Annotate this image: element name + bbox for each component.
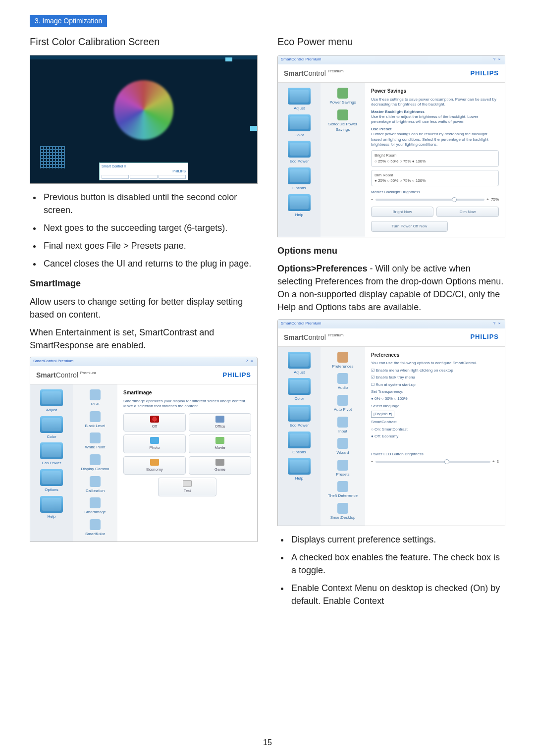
pref-line[interactable]: ☑ Enable menu when right-clicking on des… bbox=[371, 368, 499, 373]
sidebar-item-adjust[interactable]: Adjust bbox=[284, 352, 315, 376]
screenshot-color-calibration: Smart Control II PHILIPS bbox=[30, 55, 258, 184]
subsidebar-smartdesktop[interactable]: SmartDesktop bbox=[325, 503, 360, 521]
sidebar-item-help[interactable]: Help bbox=[284, 194, 315, 218]
slider-row[interactable]: − + 75% bbox=[371, 197, 499, 203]
sidebar-item-options[interactable]: Options bbox=[284, 167, 315, 191]
desc3-h: Use Preset bbox=[371, 127, 391, 131]
fs2-opts[interactable]: ● 25% ○ 50% ○ 75% ○ 100% bbox=[374, 178, 495, 184]
tile-off[interactable]: Off bbox=[123, 413, 186, 432]
tile-economy[interactable]: Economy bbox=[123, 456, 186, 475]
close-icon[interactable]: × bbox=[249, 358, 254, 363]
calib-label-1: Smart Control II bbox=[102, 164, 186, 169]
panel-body: Adjust Color Eco Power Options Help RGB … bbox=[30, 384, 257, 541]
fieldset-dim-room[interactable]: Dim Room ● 25% ○ 50% ○ 75% ○ 100% bbox=[371, 170, 499, 186]
pref-line[interactable]: ☐ Run at system start-up bbox=[371, 382, 499, 387]
subsidebar-calibration[interactable]: Calibration bbox=[78, 476, 112, 494]
options-para: Options>Preferences - Will only be activ… bbox=[277, 262, 505, 314]
help-icon[interactable]: ? bbox=[492, 56, 497, 61]
panel-body: Adjust Color Eco Power Options Help Pref… bbox=[278, 347, 505, 526]
smartimage-p1: Allow users to change setting for better… bbox=[30, 295, 258, 321]
sidebar-item-help[interactable]: Help bbox=[284, 458, 315, 482]
help-icon[interactable]: ? bbox=[244, 358, 249, 363]
turn-power-off-button[interactable]: Turn Power Off Now bbox=[371, 221, 448, 232]
subsidebar-smartkolor[interactable]: SmartKolor bbox=[78, 519, 112, 537]
sidebar-item-adjust[interactable]: Adjust bbox=[36, 389, 67, 413]
left-column: First Color Calibration Screen Smart Con… bbox=[30, 35, 258, 614]
sidebar-item-color[interactable]: Color bbox=[36, 416, 67, 440]
close-icon[interactable]: × bbox=[497, 321, 502, 325]
sidebar-item-help[interactable]: Help bbox=[36, 496, 67, 520]
bullet: Cancel closes the UI and returns to the … bbox=[42, 257, 258, 270]
subsidebar-schedule[interactable]: Schedule Power Savings bbox=[325, 109, 360, 133]
sidebar-item-ecopower[interactable]: Eco Power bbox=[36, 442, 67, 466]
bullet: Displays current preference settings. bbox=[289, 533, 505, 546]
subsidebar-rgb[interactable]: RGB bbox=[78, 389, 112, 407]
fs1-label: Bright Room bbox=[374, 153, 495, 159]
subsidebar-presets[interactable]: Presets bbox=[325, 460, 360, 478]
content-title: Preferences bbox=[371, 352, 499, 359]
subsidebar-gamma[interactable]: Display Gamma bbox=[78, 454, 112, 472]
fieldset-bright-room[interactable]: Bright Room ○ 25% ○ 50% ○ 75% ● 100% bbox=[371, 150, 499, 166]
content-title: SmartImage bbox=[123, 389, 251, 397]
screenshot-ecopower-panel: SmartControl Premium ?× SmartControl Pre… bbox=[277, 55, 505, 237]
sidebar-item-ecopower[interactable]: Eco Power bbox=[284, 405, 315, 429]
fs1-opts[interactable]: ○ 25% ○ 50% ○ 75% ● 100% bbox=[374, 159, 495, 164]
tile-text[interactable]: Text bbox=[158, 478, 217, 496]
page-number: 15 bbox=[263, 738, 272, 747]
panel-subsidebar: Power Savings Schedule Power Savings bbox=[321, 83, 365, 237]
sidebar-item-options[interactable]: Options bbox=[284, 432, 315, 455]
screenshot-smartimage-panel: SmartControl Premium ?× SmartControl Pre… bbox=[30, 357, 258, 542]
dim-now-button[interactable]: Dim Now bbox=[436, 207, 499, 217]
subsidebar-wizard[interactable]: Wizard bbox=[325, 438, 360, 456]
pref-line[interactable]: ● Off: Economy bbox=[371, 434, 499, 439]
sc-sup: Premium bbox=[80, 371, 96, 375]
bullet: Previous button is disabled until the se… bbox=[42, 191, 258, 216]
sc-sup: Premium bbox=[328, 333, 344, 337]
subsidebar-preferences[interactable]: Preferences bbox=[325, 352, 360, 370]
pref-line: Select language: bbox=[371, 404, 499, 409]
sidebar-item-color[interactable]: Color bbox=[284, 378, 315, 402]
bright-now-button[interactable]: Bright Now bbox=[371, 207, 433, 217]
bullet: Enable Context Menu on desktop is checke… bbox=[289, 582, 505, 607]
tile-game[interactable]: Game bbox=[189, 456, 251, 475]
desc1: Use these settings to save power consump… bbox=[371, 97, 499, 108]
smartimage-p2: When Entertainment is set, SmartContrast… bbox=[30, 326, 258, 352]
panel-subsidebar: Preferences Audio Auto Pivot Input Wizar… bbox=[321, 347, 365, 526]
right-bullets: Displays current preference settings. A … bbox=[289, 533, 505, 607]
smartimage-heading: SmartImage bbox=[30, 277, 258, 290]
subsidebar-autopivot[interactable]: Auto Pivot bbox=[325, 395, 360, 413]
bullet: Next goes to the succeeding target (6-ta… bbox=[42, 221, 258, 234]
panel-sidebar: Adjust Color Eco Power Options Help bbox=[30, 384, 73, 541]
pref-line[interactable]: ☑ Enable task tray menu bbox=[371, 375, 499, 380]
pref-line[interactable]: ● 0% ○ 50% ○ 100% bbox=[371, 396, 499, 401]
subsidebar-audio[interactable]: Audio bbox=[325, 373, 360, 391]
tile-office[interactable]: Office bbox=[189, 413, 251, 432]
language-dropdown[interactable]: [English ▾] bbox=[371, 411, 394, 418]
tile-photo[interactable]: Photo bbox=[123, 434, 186, 453]
subsidebar-powersavings[interactable]: Power Savings bbox=[325, 88, 360, 106]
sidebar-item-adjust[interactable]: Adjust bbox=[284, 88, 315, 111]
window-buttons: ?× bbox=[244, 358, 254, 365]
sidebar-item-ecopower[interactable]: Eco Power bbox=[284, 141, 315, 164]
subsidebar-whitepoint[interactable]: White Point bbox=[78, 432, 112, 450]
options-para-bold: Options>Preferences bbox=[277, 264, 368, 273]
content-title: Power Savings bbox=[371, 88, 499, 95]
pref-line[interactable]: ○ On: SmartContrast bbox=[371, 427, 499, 432]
subsidebar-input[interactable]: Input bbox=[325, 417, 360, 434]
panel-titlebar: SmartControl Premium ?× bbox=[278, 320, 505, 328]
close-icon[interactable]: × bbox=[497, 56, 502, 61]
sc-rest: Control bbox=[304, 69, 326, 77]
pref-line: Set Transparency: bbox=[371, 389, 499, 394]
subsidebar-theft[interactable]: Theft Deterrence bbox=[325, 481, 360, 499]
panel-titlebar: SmartControl Premium ?× bbox=[30, 357, 257, 366]
sidebar-item-options[interactable]: Options bbox=[36, 469, 67, 493]
help-icon[interactable]: ? bbox=[492, 321, 497, 325]
panel-sidebar: Adjust Color Eco Power Options Help bbox=[278, 83, 321, 237]
slider-label: Power LED Button Brightness bbox=[371, 451, 499, 457]
subsidebar-smartimage[interactable]: SmartImage bbox=[78, 497, 112, 515]
slider-row[interactable]: − + 3 bbox=[371, 459, 499, 465]
panel-titlebar-text: SmartControl Premium bbox=[281, 321, 321, 327]
sidebar-item-color[interactable]: Color bbox=[284, 114, 315, 138]
tile-movie[interactable]: Movie bbox=[189, 434, 251, 453]
subsidebar-blacklevel[interactable]: Black Level bbox=[78, 411, 112, 429]
